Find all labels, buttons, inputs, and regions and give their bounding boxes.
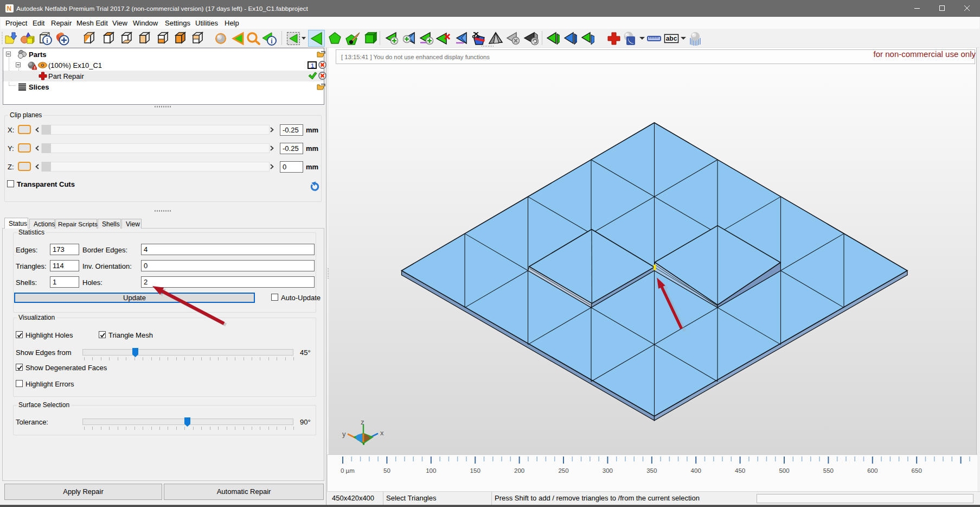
svg-text:200: 200 <box>514 467 524 474</box>
svg-text:550: 550 <box>823 467 834 474</box>
svg-text:650: 650 <box>912 467 922 474</box>
svg-text:y: y <box>342 430 346 438</box>
svg-text:450: 450 <box>735 467 745 474</box>
svg-text:400: 400 <box>691 467 701 474</box>
svg-text:50: 50 <box>383 467 390 474</box>
svg-text:350: 350 <box>646 467 657 474</box>
svg-text:500: 500 <box>779 467 789 474</box>
svg-text:150: 150 <box>470 467 481 474</box>
svg-text:x: x <box>380 429 384 437</box>
svg-text:0 µm: 0 µm <box>341 467 355 474</box>
svg-text:600: 600 <box>867 467 877 474</box>
svg-text:100: 100 <box>426 467 436 474</box>
svg-text:abc: abc <box>666 35 677 42</box>
svg-text:300: 300 <box>603 467 613 474</box>
svg-text:250: 250 <box>558 467 568 474</box>
